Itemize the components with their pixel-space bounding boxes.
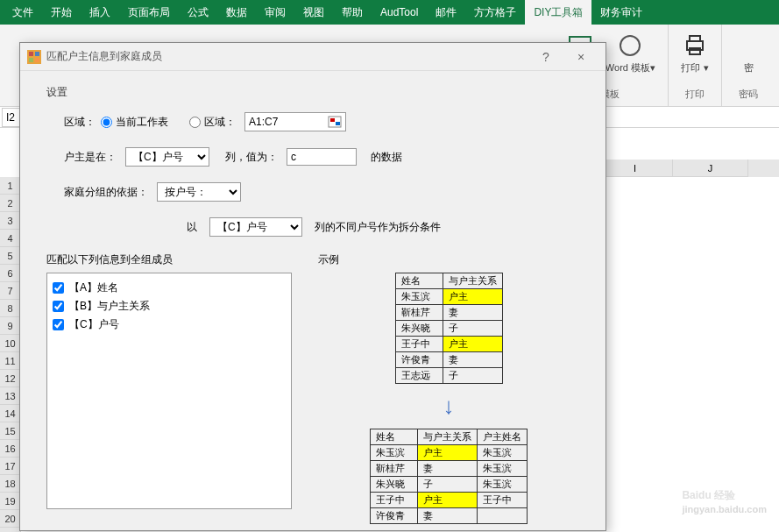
row-header[interactable]: 11 bbox=[0, 352, 21, 370]
help-button[interactable]: ? bbox=[528, 50, 563, 64]
password-button[interactable]: 密 bbox=[729, 28, 768, 78]
row-header[interactable]: 5 bbox=[0, 247, 21, 265]
menu-视图[interactable]: 视图 bbox=[294, 0, 333, 25]
col-value-input[interactable] bbox=[287, 148, 357, 166]
range-picker-icon[interactable] bbox=[328, 116, 342, 128]
menu-财务审计[interactable]: 财务审计 bbox=[591, 0, 651, 25]
group-basis-select[interactable]: 按户号： bbox=[157, 182, 241, 202]
svg-rect-7 bbox=[29, 52, 33, 56]
example-label: 示例 bbox=[318, 252, 579, 267]
lock-icon bbox=[734, 32, 762, 60]
radio-current-label[interactable]: 当前工作表 bbox=[116, 115, 168, 130]
ribbon-group-label: 密码 bbox=[739, 88, 758, 103]
col-suffix-label: 的数据 bbox=[371, 150, 402, 165]
dialog-title: 匹配户主信息到家庭成员 bbox=[46, 49, 528, 64]
menu-方方格子[interactable]: 方方格子 bbox=[465, 0, 525, 25]
row-header[interactable]: 21 bbox=[0, 528, 21, 532]
printer-icon bbox=[681, 32, 709, 60]
svg-rect-9 bbox=[29, 58, 33, 62]
menu-DIY工具箱[interactable]: DIY工具箱 bbox=[525, 0, 591, 25]
row-header[interactable]: 8 bbox=[0, 300, 21, 317]
menu-文件[interactable]: 文件 bbox=[4, 0, 42, 25]
dialog-icon bbox=[27, 50, 41, 64]
col-header[interactable]: I bbox=[598, 160, 673, 177]
example-table-before: 姓名与户主关系朱玉滨户主靳桂芹妻朱兴晓子王子中户主许俊青妻王志远子 bbox=[395, 273, 503, 384]
row-header[interactable]: 12 bbox=[0, 370, 21, 387]
svg-rect-4 bbox=[690, 36, 700, 41]
svg-rect-8 bbox=[35, 52, 39, 56]
range-input[interactable]: A1:C7 bbox=[244, 112, 346, 131]
word-template-button[interactable]: Word 模板▾ bbox=[600, 28, 661, 78]
match-columns-label: 匹配以下列信息到全组成员 bbox=[46, 252, 292, 267]
list-item[interactable]: 【C】户号 bbox=[53, 316, 286, 334]
menu-插入[interactable]: 插入 bbox=[81, 0, 119, 25]
row-header[interactable]: 19 bbox=[0, 493, 21, 510]
row-header[interactable]: 6 bbox=[0, 265, 21, 282]
row-header[interactable]: 13 bbox=[0, 387, 21, 405]
ribbon-group-password: 密 密码 bbox=[722, 25, 775, 106]
menu-bar: 文件开始插入页面布局公式数据审阅视图帮助AudTool邮件方方格子DIY工具箱财… bbox=[0, 0, 779, 25]
arrow-down-icon: ↓ bbox=[318, 393, 579, 420]
row-header[interactable]: 9 bbox=[0, 317, 21, 335]
close-button[interactable]: × bbox=[563, 50, 598, 64]
group-basis-label: 家庭分组的依据： bbox=[64, 185, 148, 200]
host-column-select[interactable]: 【C】户号 bbox=[125, 147, 209, 167]
row-header[interactable]: 1 bbox=[0, 177, 21, 195]
ribbon-group-print: 打印 ▾ 打印 bbox=[669, 25, 722, 106]
row-header[interactable]: 10 bbox=[0, 335, 21, 352]
menu-公式[interactable]: 公式 bbox=[179, 0, 217, 25]
col-value-label: 列，值为： bbox=[225, 150, 278, 165]
row-header[interactable]: 3 bbox=[0, 212, 21, 230]
row-header[interactable]: 7 bbox=[0, 282, 21, 300]
row-header[interactable]: 17 bbox=[0, 458, 21, 475]
row-header[interactable]: 14 bbox=[0, 405, 21, 422]
svg-rect-13 bbox=[336, 122, 340, 125]
dialog-match-host-info: 匹配户主信息到家庭成员 ? × 设置 区域： 当前工作表 区域： A1:C7 户… bbox=[19, 42, 606, 531]
split-prefix: 以 bbox=[187, 220, 197, 235]
radio-range-label[interactable]: 区域： bbox=[204, 115, 236, 130]
menu-审阅[interactable]: 审阅 bbox=[256, 0, 294, 25]
split-column-select[interactable]: 【C】户号 bbox=[209, 217, 302, 237]
settings-label: 设置 bbox=[46, 85, 579, 100]
menu-页面布局[interactable]: 页面布局 bbox=[119, 0, 179, 25]
split-suffix: 列的不同户号作为拆分条件 bbox=[315, 220, 441, 235]
print-button[interactable]: 打印 ▾ bbox=[676, 28, 714, 78]
checkbox[interactable] bbox=[53, 319, 64, 330]
dialog-titlebar: 匹配户主信息到家庭成员 ? × bbox=[20, 43, 605, 71]
row-header[interactable]: 18 bbox=[0, 475, 21, 493]
checkbox[interactable] bbox=[53, 301, 64, 312]
menu-帮助[interactable]: 帮助 bbox=[333, 0, 372, 25]
row-header[interactable]: 16 bbox=[0, 440, 21, 458]
row-header[interactable]: 2 bbox=[0, 195, 21, 212]
radio-range[interactable] bbox=[189, 117, 201, 128]
range-label: 区域： bbox=[64, 115, 96, 130]
svg-rect-10 bbox=[35, 58, 39, 62]
example-table-after: 姓名与户主关系户主姓名朱玉滨户主朱玉滨靳桂芹妻朱玉滨朱兴晓子朱玉滨王子中户主王子… bbox=[370, 429, 528, 524]
list-item[interactable]: 【B】与户主关系 bbox=[53, 297, 286, 316]
radio-current-sheet[interactable] bbox=[101, 117, 112, 128]
list-item[interactable]: 【A】姓名 bbox=[53, 279, 286, 297]
row-header[interactable]: 20 bbox=[0, 510, 21, 528]
row-header[interactable]: 4 bbox=[0, 230, 21, 247]
svg-point-2 bbox=[620, 36, 640, 55]
match-columns-listbox[interactable]: 【A】姓名【B】与户主关系【C】户号 bbox=[46, 273, 292, 509]
menu-邮件[interactable]: 邮件 bbox=[427, 0, 465, 25]
checkbox[interactable] bbox=[53, 282, 64, 294]
word-icon bbox=[616, 32, 644, 60]
svg-rect-12 bbox=[330, 118, 335, 122]
ribbon-group-label: 打印 bbox=[685, 88, 705, 103]
menu-数据[interactable]: 数据 bbox=[217, 0, 256, 25]
row-header[interactable]: 15 bbox=[0, 422, 21, 440]
menu-开始[interactable]: 开始 bbox=[42, 0, 81, 25]
col-header[interactable]: J bbox=[673, 160, 748, 177]
menu-AudTool[interactable]: AudTool bbox=[372, 0, 427, 25]
host-label: 户主是在： bbox=[64, 150, 117, 165]
example-area: 姓名与户主关系朱玉滨户主靳桂芹妻朱兴晓子王子中户主许俊青妻王志远子 ↓ 姓名与户… bbox=[318, 273, 579, 524]
